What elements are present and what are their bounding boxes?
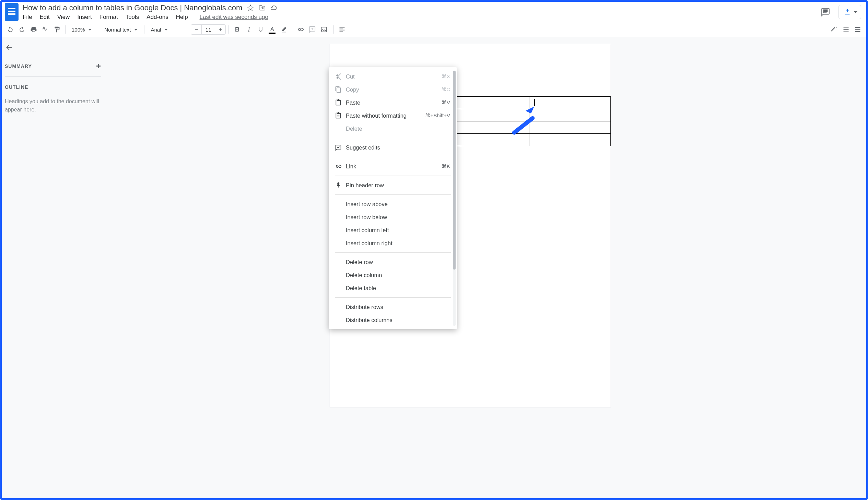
table-cell[interactable] bbox=[448, 134, 529, 146]
outline-sidebar: SUMMARY + OUTLINE Headings you add to th… bbox=[0, 37, 106, 500]
menu-edit[interactable]: Edit bbox=[40, 14, 49, 21]
table-cell[interactable] bbox=[448, 97, 529, 109]
ctx-col-right[interactable]: Insert column right bbox=[329, 237, 457, 250]
ctx-dist-rows[interactable]: Distribute rows bbox=[329, 300, 457, 314]
ctx-paste[interactable]: Paste⌘V bbox=[329, 96, 457, 109]
ctx-divider bbox=[335, 157, 451, 157]
undo-button[interactable] bbox=[5, 24, 16, 35]
font-size-decrease[interactable]: − bbox=[191, 26, 201, 33]
ctx-del-col[interactable]: Delete column bbox=[329, 269, 457, 282]
insert-link-button[interactable] bbox=[295, 24, 306, 35]
outline-heading: OUTLINE bbox=[5, 84, 101, 90]
ctx-row-above[interactable]: Insert row above bbox=[329, 197, 457, 211]
text-cursor bbox=[534, 99, 535, 106]
paste-plain-icon bbox=[334, 112, 342, 120]
print-button[interactable] bbox=[28, 24, 39, 35]
font-size-value[interactable]: 11 bbox=[201, 25, 215, 34]
ctx-divider bbox=[335, 252, 451, 253]
ctx-cut: Cut⌘X bbox=[329, 70, 457, 83]
highlight-button[interactable] bbox=[278, 24, 289, 35]
paste-icon bbox=[334, 99, 342, 107]
menu-format[interactable]: Format bbox=[100, 14, 118, 21]
underline-button[interactable]: U bbox=[255, 24, 266, 35]
menu-help[interactable]: Help bbox=[176, 14, 188, 21]
ctx-divider bbox=[335, 297, 451, 298]
ctx-label: Link bbox=[346, 163, 441, 170]
ctx-row-below[interactable]: Insert row below bbox=[329, 211, 457, 224]
suggest-icon bbox=[334, 143, 342, 151]
highlight-tool-button[interactable] bbox=[828, 24, 840, 35]
context-menu-scrollbar[interactable] bbox=[453, 71, 455, 326]
table-cell[interactable] bbox=[448, 109, 529, 122]
table-cell[interactable] bbox=[529, 122, 610, 134]
move-folder-icon[interactable] bbox=[259, 4, 266, 11]
ctx-label: Pin header row bbox=[346, 182, 450, 189]
menu-bar: File Edit View Insert Format Tools Add-o… bbox=[23, 12, 819, 21]
ctx-label: Distribute rows bbox=[346, 304, 450, 310]
link-icon bbox=[334, 162, 342, 170]
align-button[interactable] bbox=[337, 24, 348, 35]
menu-view[interactable]: View bbox=[57, 14, 70, 21]
font-select[interactable]: Arial bbox=[147, 24, 185, 35]
ctx-suggest[interactable]: Suggest edits bbox=[329, 141, 457, 154]
menu-tools[interactable]: Tools bbox=[126, 14, 139, 21]
paragraph-style-select[interactable]: Normal text bbox=[101, 24, 142, 35]
ctx-pin-header[interactable]: Pin header row bbox=[329, 179, 457, 192]
ctx-del-table[interactable]: Delete table bbox=[329, 282, 457, 295]
docs-logo-icon[interactable] bbox=[5, 3, 19, 21]
zoom-select[interactable]: 100% bbox=[68, 24, 95, 35]
outline-hint: Headings you add to the document will ap… bbox=[5, 98, 101, 114]
ctx-label: Copy bbox=[346, 87, 441, 93]
text-color-button[interactable]: A bbox=[267, 24, 278, 35]
font-size-control: − 11 + bbox=[191, 24, 226, 35]
table-cell[interactable] bbox=[529, 134, 610, 146]
ctx-label: Paste without formatting bbox=[346, 113, 425, 119]
ctx-divider bbox=[335, 175, 451, 176]
font-size-increase[interactable]: + bbox=[215, 26, 225, 33]
sidebar-divider bbox=[5, 77, 101, 77]
spellcheck-button[interactable] bbox=[40, 24, 51, 35]
comments-button[interactable] bbox=[819, 6, 832, 18]
context-menu[interactable]: Cut⌘XCopy⌘CPaste⌘VPaste without formatti… bbox=[329, 67, 457, 329]
table-cell[interactable] bbox=[529, 97, 610, 109]
cloud-saved-icon[interactable] bbox=[270, 4, 277, 11]
menu-insert[interactable]: Insert bbox=[77, 14, 92, 21]
ctx-dist-cols[interactable]: Distribute columns bbox=[329, 314, 457, 327]
ctx-col-left[interactable]: Insert column left bbox=[329, 224, 457, 237]
toolbar: 100% Normal text Arial − 11 + B I U A bbox=[0, 22, 868, 37]
redo-button[interactable] bbox=[16, 24, 27, 35]
ctx-link[interactable]: Link⌘K bbox=[329, 160, 457, 173]
insert-image-button[interactable] bbox=[318, 24, 331, 35]
line-spacing-button[interactable] bbox=[841, 24, 852, 35]
ctx-del-row[interactable]: Delete row bbox=[329, 255, 457, 269]
document-canvas[interactable] bbox=[106, 37, 868, 500]
ctx-shortcut: ⌘K bbox=[441, 163, 450, 169]
menu-file[interactable]: File bbox=[23, 14, 32, 21]
ctx-label: Delete column bbox=[346, 272, 450, 279]
ctx-copy: Copy⌘C bbox=[329, 83, 457, 96]
editing-mode-button[interactable] bbox=[852, 24, 863, 35]
insert-comment-button[interactable] bbox=[307, 24, 318, 35]
menu-addons[interactable]: Add-ons bbox=[146, 14, 168, 21]
sidebar-back-button[interactable] bbox=[5, 43, 101, 53]
ctx-divider bbox=[335, 138, 451, 138]
workspace: SUMMARY + OUTLINE Headings you add to th… bbox=[0, 37, 868, 500]
last-edit-link[interactable]: Last edit was seconds ago bbox=[200, 14, 268, 21]
copy-icon bbox=[334, 86, 342, 94]
ctx-paste-no-fmt[interactable]: Paste without formatting⌘+Shift+V bbox=[329, 109, 457, 122]
ctx-shortcut: ⌘V bbox=[441, 100, 450, 106]
paint-format-button[interactable] bbox=[52, 24, 63, 35]
scissors-icon bbox=[334, 72, 342, 81]
italic-button[interactable]: I bbox=[243, 24, 254, 35]
add-summary-button[interactable]: + bbox=[96, 62, 101, 70]
ctx-label: Insert column right bbox=[346, 240, 450, 247]
title-bar: How to add a column to tables in Google … bbox=[0, 0, 868, 22]
share-button[interactable] bbox=[838, 5, 861, 19]
table-cell[interactable] bbox=[529, 109, 610, 122]
document-title[interactable]: How to add a column to tables in Google … bbox=[23, 3, 242, 12]
star-icon[interactable] bbox=[247, 4, 254, 11]
table-cell[interactable] bbox=[448, 122, 529, 134]
bold-button[interactable]: B bbox=[232, 24, 243, 35]
chevron-down-icon bbox=[854, 11, 857, 13]
ctx-label: Suggest edits bbox=[346, 144, 450, 151]
